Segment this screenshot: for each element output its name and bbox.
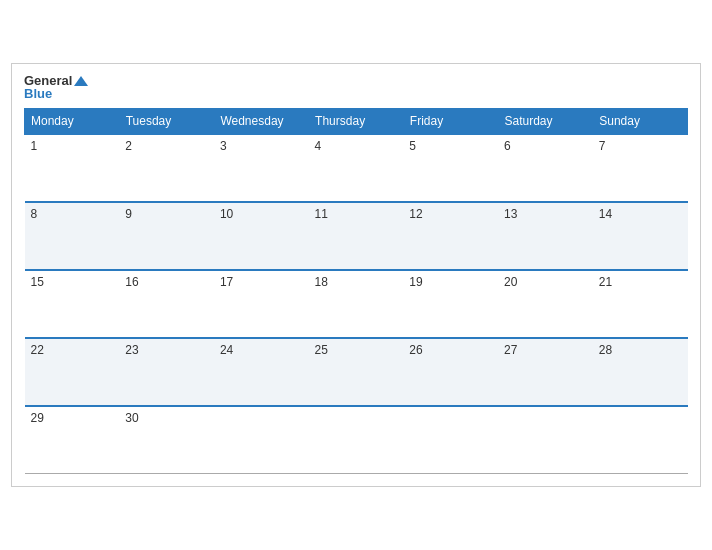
calendar-day-cell: 17 [214,270,309,338]
day-number: 8 [31,207,38,221]
weekday-header-tuesday: Tuesday [119,108,214,134]
logo: General Blue [24,74,88,100]
calendar-day-cell [593,406,688,474]
day-number: 5 [409,139,416,153]
calendar-day-cell: 12 [403,202,498,270]
calendar-day-cell: 24 [214,338,309,406]
day-number: 30 [125,411,138,425]
calendar-day-cell: 3 [214,134,309,202]
weekday-header-sunday: Sunday [593,108,688,134]
day-number: 14 [599,207,612,221]
calendar-day-cell: 15 [25,270,120,338]
calendar-day-cell: 2 [119,134,214,202]
weekday-row: MondayTuesdayWednesdayThursdayFridaySatu… [25,108,688,134]
calendar-day-cell: 10 [214,202,309,270]
calendar-week-row: 15161718192021 [25,270,688,338]
day-number: 19 [409,275,422,289]
day-number: 13 [504,207,517,221]
calendar-day-cell: 25 [309,338,404,406]
calendar-day-cell: 22 [25,338,120,406]
calendar-day-cell: 1 [25,134,120,202]
calendar-day-cell [498,406,593,474]
day-number: 16 [125,275,138,289]
day-number: 27 [504,343,517,357]
calendar-day-cell: 8 [25,202,120,270]
logo-blue-text: Blue [24,87,88,100]
day-number: 1 [31,139,38,153]
day-number: 20 [504,275,517,289]
day-number: 9 [125,207,132,221]
calendar-day-cell: 20 [498,270,593,338]
calendar-day-cell: 13 [498,202,593,270]
day-number: 23 [125,343,138,357]
weekday-header-monday: Monday [25,108,120,134]
calendar: General Blue MondayTuesdayWednesdayThurs… [11,63,701,488]
day-number: 15 [31,275,44,289]
calendar-week-row: 1234567 [25,134,688,202]
calendar-weekdays: MondayTuesdayWednesdayThursdayFridaySatu… [25,108,688,134]
calendar-day-cell: 7 [593,134,688,202]
calendar-day-cell: 16 [119,270,214,338]
weekday-header-saturday: Saturday [498,108,593,134]
calendar-day-cell: 27 [498,338,593,406]
day-number: 18 [315,275,328,289]
calendar-body: 1234567891011121314151617181920212223242… [25,134,688,474]
day-number: 29 [31,411,44,425]
calendar-week-row: 2930 [25,406,688,474]
calendar-day-cell: 5 [403,134,498,202]
day-number: 26 [409,343,422,357]
day-number: 17 [220,275,233,289]
calendar-day-cell: 26 [403,338,498,406]
day-number: 2 [125,139,132,153]
calendar-day-cell [403,406,498,474]
day-number: 6 [504,139,511,153]
weekday-header-friday: Friday [403,108,498,134]
calendar-day-cell: 29 [25,406,120,474]
day-number: 4 [315,139,322,153]
day-number: 22 [31,343,44,357]
calendar-day-cell: 14 [593,202,688,270]
day-number: 3 [220,139,227,153]
day-number: 25 [315,343,328,357]
calendar-day-cell: 19 [403,270,498,338]
calendar-day-cell: 6 [498,134,593,202]
calendar-header: General Blue [24,74,688,100]
calendar-grid: MondayTuesdayWednesdayThursdayFridaySatu… [24,108,688,475]
day-number: 21 [599,275,612,289]
calendar-day-cell: 28 [593,338,688,406]
calendar-week-row: 891011121314 [25,202,688,270]
day-number: 28 [599,343,612,357]
day-number: 11 [315,207,328,221]
calendar-day-cell: 18 [309,270,404,338]
day-number: 7 [599,139,606,153]
day-number: 10 [220,207,233,221]
calendar-day-cell [309,406,404,474]
calendar-day-cell [214,406,309,474]
weekday-header-thursday: Thursday [309,108,404,134]
day-number: 24 [220,343,233,357]
weekday-header-wednesday: Wednesday [214,108,309,134]
calendar-week-row: 22232425262728 [25,338,688,406]
day-number: 12 [409,207,422,221]
calendar-day-cell: 11 [309,202,404,270]
calendar-day-cell: 21 [593,270,688,338]
calendar-day-cell: 4 [309,134,404,202]
calendar-day-cell: 23 [119,338,214,406]
logo-general-text: General [24,74,88,87]
calendar-day-cell: 30 [119,406,214,474]
calendar-day-cell: 9 [119,202,214,270]
